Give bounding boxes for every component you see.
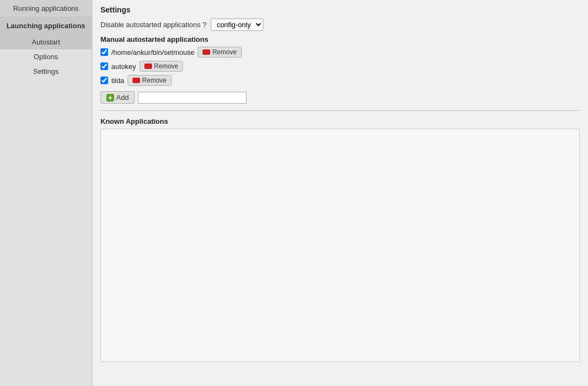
manual-autostart-label: Manual autostarted applications	[100, 35, 580, 43]
autostart-item-1: /home/ankur/bin/setmouse Remove	[100, 47, 580, 58]
autostart-item-2: autokey Remove	[100, 61, 580, 72]
autostart-checkbox-1[interactable]	[100, 48, 108, 56]
sidebar-item-options[interactable]: Options	[0, 49, 92, 64]
known-apps-label: Known Applications	[100, 117, 580, 125]
disable-autostart-select[interactable]: config-only all none	[211, 18, 263, 31]
remove-button-2[interactable]: Remove	[140, 61, 184, 72]
tab-running[interactable]: Running applications	[0, 0, 92, 17]
autostart-label-3: tilda	[111, 77, 124, 85]
remove-icon-3	[132, 78, 140, 83]
remove-icon-2	[144, 64, 152, 69]
add-button[interactable]: + Add	[100, 91, 135, 104]
known-apps-section: Known Applications	[100, 110, 580, 362]
remove-label-2: Remove	[154, 62, 179, 70]
remove-button-1[interactable]: Remove	[198, 47, 242, 58]
autostart-checkbox-2[interactable]	[100, 62, 108, 70]
remove-label-3: Remove	[142, 77, 167, 84]
remove-button-3[interactable]: Remove	[128, 75, 172, 86]
sidebar: Running applications Launching applicati…	[0, 0, 92, 386]
autostart-label-1: /home/ankur/bin/setmouse	[111, 48, 194, 56]
section-title: Settings	[100, 5, 580, 14]
remove-label-1: Remove	[212, 48, 237, 56]
main-content: Settings Disable autostarted application…	[92, 0, 588, 386]
add-icon: +	[106, 94, 114, 102]
autostart-checkbox-3[interactable]	[100, 77, 108, 84]
tab-launching[interactable]: Launching applications	[0, 17, 92, 35]
sidebar-item-settings[interactable]: Settings	[0, 64, 92, 79]
autostart-label-2: autokey	[111, 62, 136, 71]
add-button-label: Add	[116, 93, 129, 102]
add-row: + Add	[100, 91, 580, 104]
remove-icon-1	[203, 49, 210, 55]
autostart-item-3: tilda Remove	[100, 75, 580, 86]
disable-autostart-label: Disable autostarted applications ?	[100, 21, 206, 29]
add-text-input[interactable]	[138, 92, 246, 104]
disable-autostart-row: Disable autostarted applications ? confi…	[100, 18, 580, 31]
sidebar-item-autostart[interactable]: Autostart	[0, 35, 92, 49]
known-apps-area	[100, 129, 580, 362]
